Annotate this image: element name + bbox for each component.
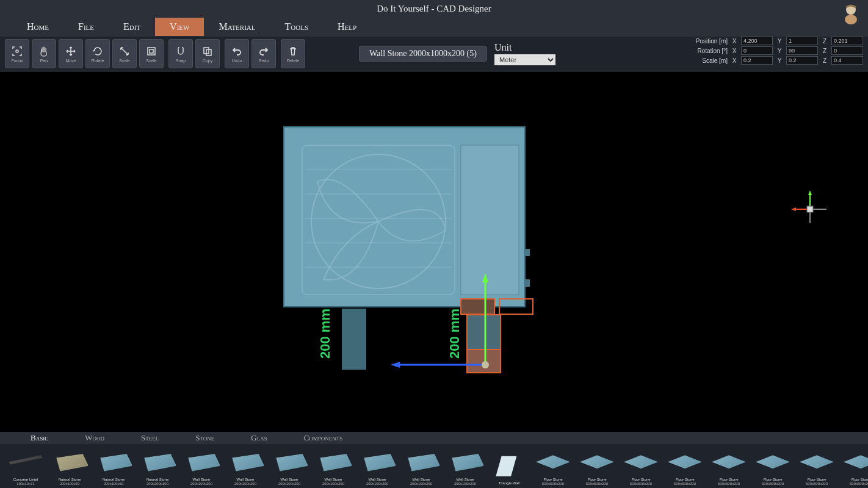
tab-basic[interactable]: Basic: [12, 432, 67, 444]
menu-home[interactable]: Home: [12, 18, 63, 36]
tab-glass[interactable]: Glas: [233, 432, 285, 444]
asset-item[interactable]: Concrete Lintel100x10x71: [5, 447, 46, 486]
asset-item[interactable]: Floor Stone500x500x200: [532, 447, 574, 486]
asset-dimensions: 200x200x100: [146, 482, 168, 486]
asset-item[interactable]: Floor Stone500x500x200: [620, 447, 662, 486]
position-y-input[interactable]: [786, 37, 818, 45]
rotation-label: Rotation [°]: [686, 48, 728, 54]
rotation-y-input[interactable]: [786, 46, 818, 55]
asset-item[interactable]: Wall Stone200x100x200: [181, 447, 222, 486]
tool-zoom-fit[interactable]: Scale: [139, 39, 164, 68]
asset-name: Wall Stone: [269, 478, 310, 482]
zoom-fit-icon: [145, 45, 157, 57]
rotation-z-input[interactable]: [831, 46, 863, 55]
position-z-input[interactable]: [831, 37, 863, 45]
menu-bar: Home File Edit View Material Tools Help: [0, 17, 868, 37]
asset-item[interactable]: Triangle Wall: [488, 447, 530, 486]
selection-name-field[interactable]: Wall Stone 2000x1000x200 (5): [359, 46, 487, 62]
scale-x-input[interactable]: [741, 56, 773, 65]
tool-pan[interactable]: Pan: [32, 39, 56, 68]
app-title: Do It Yourself - CAD Designer: [377, 4, 491, 14]
asset-item[interactable]: Wall Stone200x100x200: [313, 447, 354, 486]
asset-item[interactable]: Wall Stone200x100x200: [400, 447, 442, 486]
unit-select[interactable]: Meter: [494, 54, 555, 65]
asset-dimensions: 500x500x200: [674, 482, 696, 486]
position-x-input[interactable]: [741, 37, 773, 45]
tool-copy[interactable]: Copy: [195, 39, 220, 68]
asset-item[interactable]: Natural Stone200x100x50: [49, 447, 90, 486]
navigation-gizmo[interactable]: [789, 188, 831, 233]
tool-delete[interactable]: Delete: [281, 39, 305, 68]
asset-dimensions: 200x100x200: [454, 482, 476, 486]
asset-thumbnail: [270, 450, 308, 476]
asset-name: Wall Stone: [444, 478, 486, 482]
scale-label: Scale [m]: [686, 57, 728, 64]
asset-item[interactable]: Wall Stone200x100x200: [444, 447, 486, 486]
asset-dimensions: 500x500x200: [630, 482, 652, 486]
asset-thumbnail: [622, 450, 660, 476]
rotation-x-input[interactable]: [741, 46, 773, 55]
asset-item[interactable]: Floor Stone500x500x200: [752, 447, 794, 486]
asset-thumbnail: [842, 450, 868, 476]
tool-move[interactable]: Move: [59, 39, 83, 68]
asset-item[interactable]: Natural Stone200x200x100: [137, 447, 178, 486]
material-tabs: Basic Wood Steel Stone Glas Components: [0, 432, 868, 444]
tab-components[interactable]: Components: [286, 432, 361, 444]
asset-item[interactable]: Floor Stone500x500x200: [796, 447, 837, 486]
asset-item[interactable]: Floor Stone500x500x200: [840, 447, 868, 486]
transform-inspector: Position [m] X Y Z Rotation [°] X Y Z Sc…: [686, 37, 863, 65]
asset-thumbnail: [446, 450, 484, 476]
asset-thumbnail: [666, 450, 704, 476]
menu-material[interactable]: Material: [204, 18, 270, 36]
tool-snap[interactable]: Snap: [168, 39, 193, 68]
asset-thumbnail: [139, 450, 176, 476]
asset-dimensions: 500x500x200: [718, 482, 740, 486]
svg-rect-19: [461, 299, 494, 314]
asset-dimensions: 200x100x200: [366, 482, 388, 486]
asset-thumbnail: [754, 450, 792, 476]
menu-edit[interactable]: Edit: [109, 18, 155, 36]
redo-icon: [258, 45, 270, 57]
asset-item[interactable]: Wall Stone200x100x200: [269, 447, 310, 486]
tool-scale[interactable]: Scale: [112, 39, 137, 68]
asset-item[interactable]: Wall Stone200x100x200: [225, 447, 266, 486]
asset-dimensions: 200x100x200: [234, 482, 256, 486]
tab-wood[interactable]: Wood: [67, 432, 123, 444]
asset-thumbnail: [402, 450, 440, 476]
tool-redo[interactable]: Redo: [251, 39, 276, 68]
tool-undo[interactable]: Undo: [225, 39, 249, 68]
asset-name: Triangle Wall: [488, 481, 530, 486]
menu-file[interactable]: File: [63, 18, 109, 36]
scale-y-input[interactable]: [786, 56, 818, 65]
tab-stone[interactable]: Stone: [177, 432, 233, 444]
asset-thumbnail: [183, 450, 220, 476]
tool-focus[interactable]: Focus: [5, 39, 29, 68]
tool-rotate[interactable]: Rotate: [85, 39, 110, 68]
asset-thumbnail: [710, 450, 748, 476]
asset-thumbnail: [534, 450, 572, 476]
asset-item[interactable]: Floor Stone500x500x200: [576, 447, 618, 486]
asset-name: Floor Stone: [532, 478, 574, 482]
svg-rect-15: [461, 145, 519, 295]
asset-thumbnail: [51, 450, 89, 476]
tab-steel[interactable]: Steel: [123, 432, 177, 444]
svg-marker-29: [808, 190, 812, 195]
scale-z-input[interactable]: [831, 56, 863, 65]
menu-view[interactable]: View: [155, 18, 204, 36]
asset-item[interactable]: Floor Stone500x500x200: [664, 447, 706, 486]
unit-label: Unit: [494, 42, 555, 53]
asset-item[interactable]: Wall Stone200x100x200: [356, 447, 398, 486]
asset-item[interactable]: Natural Stone200x100x50: [93, 447, 134, 486]
menu-tools[interactable]: Tools: [270, 18, 324, 36]
svg-point-27: [482, 361, 489, 368]
copy-icon: [201, 45, 214, 57]
asset-dimensions: 500x500x200: [762, 482, 784, 486]
move-icon: [65, 45, 77, 57]
svg-rect-3: [148, 48, 155, 55]
menu-help[interactable]: Help: [323, 18, 371, 36]
asset-name: Natural Stone: [93, 478, 134, 482]
asset-dimensions: 200x100x200: [322, 482, 344, 486]
asset-item[interactable]: Floor Stone500x500x200: [708, 447, 750, 486]
asset-dimensions: 100x10x71: [16, 482, 34, 486]
viewport-3d[interactable]: 200 mm 200 mm: [0, 72, 868, 432]
